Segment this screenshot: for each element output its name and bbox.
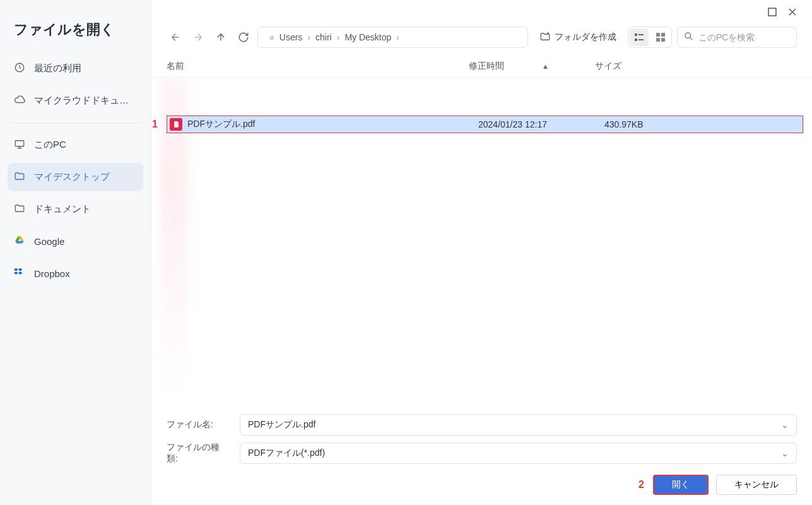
- open-button[interactable]: 開く: [653, 475, 709, 495]
- file-row[interactable]: PDFサンプル.pdf 2024/01/23 12:17 430.97KB: [167, 116, 803, 133]
- sidebar-item-dropbox[interactable]: Dropbox: [8, 259, 143, 288]
- sidebar-item-cloud[interactable]: マイクラウドドキュ…: [8, 86, 143, 115]
- cloud-icon: [14, 94, 25, 107]
- chevron-right-icon: ›: [396, 32, 399, 42]
- monitor-icon: [14, 138, 25, 152]
- redacted-row: [158, 277, 803, 310]
- sidebar-item-label: マイデスクトップ: [34, 171, 110, 183]
- pdf-icon: [170, 118, 182, 131]
- svg-point-11: [685, 32, 691, 38]
- titlebar: [151, 0, 812, 19]
- bottom-panel: ファイル名: PDFサンプル.pdf ⌄ ファイルの種類: PDFファイル(*.…: [151, 404, 812, 505]
- filetype-field[interactable]: PDFファイル(*.pdf) ⌄: [240, 443, 797, 464]
- folder-icon: [14, 170, 25, 184]
- svg-rect-13: [175, 125, 178, 126]
- maximize-icon[interactable]: [768, 8, 777, 19]
- chevron-right-icon: ›: [337, 32, 340, 42]
- grid-view-button[interactable]: [651, 28, 670, 46]
- dropbox-icon: [14, 267, 25, 280]
- up-button[interactable]: [212, 28, 230, 46]
- close-icon[interactable]: [788, 8, 797, 19]
- folder-plus-icon: [539, 31, 551, 44]
- chevron-down-icon: ⌄: [781, 448, 789, 458]
- svg-rect-7: [656, 33, 660, 37]
- back-button[interactable]: [167, 28, 184, 46]
- filename-label: ファイル名:: [167, 419, 230, 431]
- redacted-row: [158, 136, 803, 169]
- sidebar-item-label: 最近の利用: [34, 62, 81, 74]
- sidebar-item-this-pc[interactable]: このPC: [8, 131, 143, 159]
- sidebar: ファイルを開く 最近の利用 マイクラウドドキュ… このPC マイデスクトップ ド…: [0, 0, 151, 505]
- search-icon: [684, 32, 693, 44]
- file-date: 2024/01/23 12:17: [478, 119, 604, 129]
- breadcrumb-part[interactable]: My Desktop: [344, 32, 391, 42]
- filename-value: PDFサンプル.pdf: [248, 419, 315, 431]
- column-date[interactable]: 修正時間 ▲: [469, 61, 595, 72]
- svg-rect-8: [661, 33, 665, 37]
- filetype-label: ファイルの種類:: [167, 442, 230, 465]
- chevron-down-icon: ⌄: [781, 420, 789, 430]
- column-headers: 名前 修正時間 ▲ サイズ: [151, 56, 812, 78]
- redacted-row: [158, 80, 803, 113]
- dialog-title: ファイルを開く: [8, 15, 143, 54]
- sidebar-item-label: Dropbox: [34, 268, 70, 279]
- refresh-button[interactable]: [235, 28, 252, 46]
- svg-rect-3: [635, 33, 637, 36]
- sidebar-item-desktop[interactable]: マイデスクトップ: [8, 163, 143, 191]
- filename-field[interactable]: PDFサンプル.pdf ⌄: [240, 414, 797, 436]
- breadcrumb-part[interactable]: chiri: [315, 32, 332, 42]
- action-buttons: 2 開く キャンセル: [167, 475, 797, 495]
- clock-icon: [14, 62, 25, 75]
- google-drive-icon: [14, 235, 25, 248]
- breadcrumb-ellipsis[interactable]: «: [269, 32, 274, 42]
- sidebar-item-label: ドキュメント: [34, 203, 91, 215]
- search-box[interactable]: [677, 27, 797, 48]
- sidebar-item-label: マイクラウドドキュ…: [34, 95, 129, 107]
- redacted-row: [158, 206, 803, 239]
- svg-rect-5: [635, 39, 637, 41]
- sidebar-item-recent[interactable]: 最近の利用: [8, 54, 143, 83]
- file-list: PDFサンプル.pdf 2024/01/23 12:17 430.97KB: [151, 78, 812, 404]
- redacted-row: [158, 171, 803, 204]
- create-folder-label: フォルダを作成: [555, 32, 616, 43]
- breadcrumb[interactable]: « Users › chiri › My Desktop ›: [257, 27, 528, 48]
- create-folder-button[interactable]: フォルダを作成: [533, 27, 623, 48]
- svg-rect-2: [768, 8, 776, 16]
- svg-rect-6: [638, 39, 644, 40]
- folder-icon: [14, 203, 25, 216]
- chevron-right-icon: ›: [307, 32, 310, 42]
- svg-rect-4: [638, 34, 644, 35]
- filetype-value: PDFファイル(*.pdf): [248, 448, 325, 459]
- column-name[interactable]: 名前: [167, 61, 469, 72]
- svg-rect-9: [656, 38, 660, 42]
- breadcrumb-part[interactable]: Users: [279, 32, 303, 42]
- column-size[interactable]: サイズ: [595, 61, 797, 72]
- svg-rect-10: [661, 38, 665, 42]
- file-name: PDFサンプル.pdf: [187, 119, 478, 130]
- sidebar-item-label: Google: [34, 236, 64, 247]
- list-view-button[interactable]: [630, 28, 649, 46]
- cancel-button[interactable]: キャンセル: [716, 475, 797, 495]
- sidebar-item-google[interactable]: Google: [8, 227, 143, 256]
- toolbar: « Users › chiri › My Desktop › フォルダを作成: [151, 19, 812, 56]
- forward-button[interactable]: [189, 28, 207, 46]
- svg-rect-1: [15, 141, 24, 146]
- sidebar-item-documents[interactable]: ドキュメント: [8, 195, 143, 223]
- file-size: 430.97KB: [604, 119, 800, 129]
- sidebar-item-label: このPC: [34, 139, 66, 151]
- view-toggle: [628, 27, 672, 48]
- divider: [11, 122, 139, 123]
- sort-asc-icon: ▲: [542, 62, 549, 70]
- search-input[interactable]: [698, 32, 790, 42]
- main-panel: « Users › chiri › My Desktop › フォルダを作成: [151, 0, 812, 505]
- redacted-row: [158, 312, 803, 345]
- redacted-row: [158, 242, 803, 275]
- svg-rect-12: [175, 124, 178, 124]
- annotation-2: 2: [638, 479, 644, 490]
